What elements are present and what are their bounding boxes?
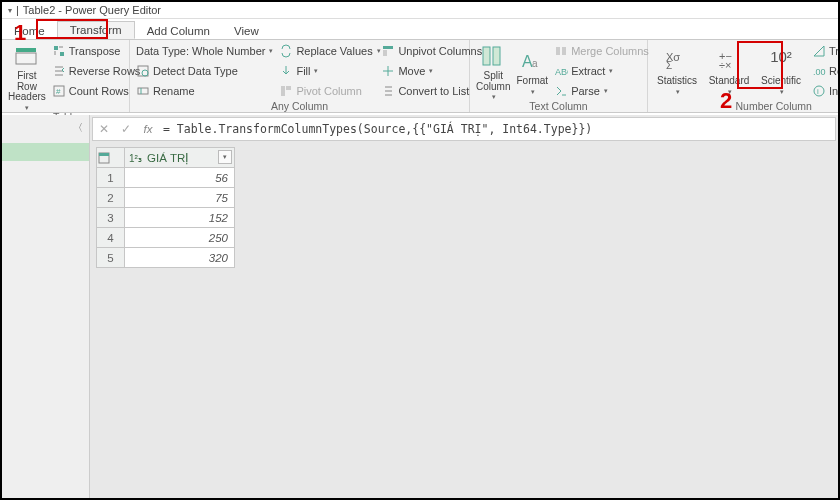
column-header-label: GIÁ TRỊ	[147, 152, 189, 164]
scientific-button[interactable]: 10² Scientific▾	[758, 42, 804, 100]
format-button[interactable]: Aa Format▾	[516, 42, 548, 100]
svg-text:÷×: ÷×	[719, 59, 731, 69]
reverse-rows-button[interactable]: Reverse Rows	[52, 62, 141, 80]
replace-values-button[interactable]: Replace Values▾	[279, 42, 375, 60]
group-label-any-column: Any Column	[136, 100, 463, 113]
column-header[interactable]: 1²₃ GIÁ TRỊ ▾	[125, 148, 235, 168]
svg-rect-13	[493, 47, 500, 65]
svg-rect-16	[556, 47, 560, 55]
convert-to-list-button[interactable]: Convert to List	[381, 82, 473, 100]
svg-point-24	[814, 86, 824, 96]
unpivot-icon	[381, 44, 395, 58]
standard-icon: +−÷×	[716, 49, 742, 75]
svg-rect-17	[562, 47, 566, 55]
trig-icon	[812, 44, 826, 58]
rename-button[interactable]: Rename	[136, 82, 273, 100]
table-row[interactable]: 5320	[97, 248, 235, 268]
svg-text:#: #	[56, 87, 61, 96]
data-type-button[interactable]: Data Type: Whole Number▾	[136, 42, 273, 60]
tab-view[interactable]: View	[222, 23, 271, 39]
svg-rect-1	[16, 53, 36, 64]
trigonometry-button[interactable]: Trigonometry	[812, 42, 840, 60]
pivot-icon	[279, 84, 293, 98]
parse-icon	[554, 84, 568, 98]
svg-text:ABC: ABC	[555, 67, 568, 77]
svg-rect-12	[483, 47, 490, 65]
rounding-icon: .00	[812, 64, 826, 78]
pivot-column-button[interactable]: Pivot Column	[279, 82, 375, 100]
move-icon	[381, 64, 395, 78]
formula-text[interactable]: = Table.TransformColumnTypes(Source,{{"G…	[159, 122, 592, 136]
svg-rect-6	[138, 88, 148, 94]
group-label-text-column: Text Column	[476, 100, 641, 113]
window-title: Table2 - Power Query Editor	[23, 4, 161, 16]
formula-accept-icon[interactable]: ✓	[115, 122, 137, 136]
fx-icon[interactable]: fx	[137, 123, 159, 135]
content-area: 〈 ✕ ✓ fx = Table.TransformColumnTypes(So…	[2, 115, 838, 498]
collapse-pane-icon[interactable]: 〈	[73, 121, 83, 135]
count-rows-icon: #	[52, 84, 66, 98]
merge-icon	[554, 44, 568, 58]
table-row[interactable]: 4250	[97, 228, 235, 248]
parse-button[interactable]: Parse▾	[554, 82, 649, 100]
table-row[interactable]: 275	[97, 188, 235, 208]
statistics-button[interactable]: XσΣ Statistics▾	[654, 42, 700, 100]
list-icon	[381, 84, 395, 98]
extract-icon: ABC	[554, 64, 568, 78]
data-grid: 1²₃ GIÁ TRỊ ▾ 156 275 3152 4250 5320	[96, 147, 235, 268]
svg-rect-0	[16, 48, 36, 52]
table-row[interactable]: 156	[97, 168, 235, 188]
tab-transform[interactable]: Transform	[57, 21, 135, 39]
statistics-icon: XσΣ	[664, 49, 690, 75]
svg-rect-10	[383, 46, 393, 49]
scientific-icon: 10²	[768, 49, 794, 75]
group-table: First Row Headers ▾ Transpose Reverse Ro…	[2, 40, 130, 112]
merge-columns-button[interactable]: Merge Columns	[554, 42, 649, 60]
fill-icon	[279, 64, 293, 78]
move-button[interactable]: Move▾	[381, 62, 473, 80]
table-headers-icon	[14, 44, 40, 70]
replace-icon	[279, 44, 293, 58]
queries-pane: 〈	[2, 115, 90, 498]
tab-add-column[interactable]: Add Column	[135, 23, 222, 39]
svg-rect-9	[286, 86, 291, 90]
group-number-column: XσΣ Statistics▾ +−÷× Standard▾ 10² Scien…	[648, 40, 840, 112]
svg-rect-8	[281, 86, 285, 96]
main-pane: ✕ ✓ fx = Table.TransformColumnTypes(Sour…	[90, 115, 838, 498]
use-first-row-headers-button[interactable]: First Row Headers ▾	[8, 42, 46, 111]
group-any-column: Data Type: Whole Number▾ Detect Data Typ…	[130, 40, 470, 112]
svg-text:.00: .00	[813, 67, 826, 77]
rounding-button[interactable]: .00 Rounding	[812, 62, 840, 80]
transpose-button[interactable]: Transpose	[52, 42, 141, 60]
query-item-selected[interactable]	[2, 143, 89, 161]
standard-button[interactable]: +−÷× Standard▾	[706, 42, 752, 100]
dropdown-icon[interactable]: ▾	[8, 6, 12, 15]
detect-type-icon	[136, 64, 150, 78]
column-type-icon: 1²₃	[129, 153, 142, 164]
format-icon: Aa	[519, 49, 545, 75]
reverse-rows-icon	[52, 64, 66, 78]
transpose-icon	[52, 44, 66, 58]
split-column-button[interactable]: Split Column▾	[476, 42, 510, 100]
table-row[interactable]: 3152	[97, 208, 235, 228]
tab-home[interactable]: Home	[2, 23, 57, 39]
detect-data-type-button[interactable]: Detect Data Type	[136, 62, 273, 80]
group-label-number-column: Number Column	[654, 100, 840, 113]
grid-corner[interactable]	[97, 148, 125, 168]
column-filter-icon[interactable]: ▾	[218, 150, 232, 164]
info-icon: i	[812, 84, 826, 98]
unpivot-columns-button[interactable]: Unpivot Columns▾	[381, 42, 473, 60]
extract-button[interactable]: ABC Extract▾	[554, 62, 649, 80]
ribbon-tabs: Home Transform Add Column View	[2, 19, 838, 39]
formula-bar: ✕ ✓ fx = Table.TransformColumnTypes(Sour…	[92, 117, 836, 141]
ribbon: First Row Headers ▾ Transpose Reverse Ro…	[2, 39, 838, 113]
fill-button[interactable]: Fill▾	[279, 62, 375, 80]
count-rows-button[interactable]: # Count Rows	[52, 82, 141, 100]
svg-rect-11	[383, 50, 387, 56]
svg-rect-27	[99, 153, 109, 156]
information-button[interactable]: i Information	[812, 82, 840, 100]
group-text-column: Split Column▾ Aa Format▾ Merge Columns A…	[470, 40, 648, 112]
svg-text:Σ: Σ	[666, 60, 672, 69]
formula-cancel-icon[interactable]: ✕	[93, 122, 115, 136]
svg-text:i: i	[817, 87, 819, 96]
